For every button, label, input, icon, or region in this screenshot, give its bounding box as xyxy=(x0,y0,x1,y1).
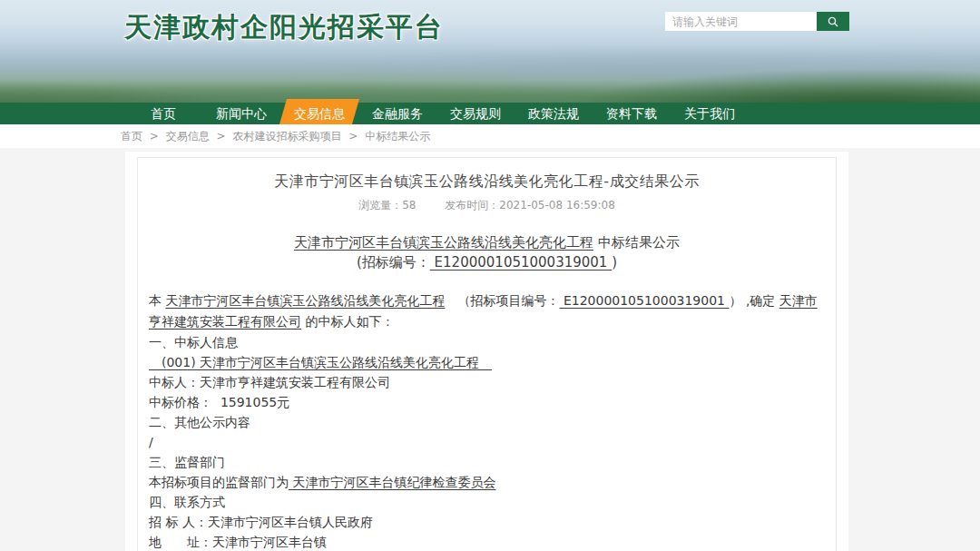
main-area: 天津市宁河区丰台镇滨玉公路线沿线美化亮化工程-成交结果公示 浏览量：58 发布时… xyxy=(0,148,980,551)
article-line: 二、其他公示内容 xyxy=(149,412,825,432)
text: 二、其他公示内容 xyxy=(149,415,250,429)
article-title: 天津市宁河区丰台镇滨玉公路线沿线美化亮化工程-成交结果公示 xyxy=(149,171,825,192)
nav-item-trade-info-active[interactable]: 交易信息 xyxy=(280,103,358,124)
underlined-text: 天津市宁河区丰台镇滨玉公路线沿线美化亮化工程 xyxy=(294,234,593,251)
breadcrumb-item-trade-info[interactable]: 交易信息 xyxy=(166,130,210,143)
text: 中标价格： 1591055元 xyxy=(149,395,289,409)
breadcrumb-item-rural-projects[interactable]: 农村建设招标采购项目 xyxy=(232,130,341,143)
nav-item-label: 交易规则 xyxy=(450,106,501,121)
article-line: / xyxy=(149,432,825,452)
underlined-text: E1200001051000319001 xyxy=(559,293,729,308)
nav-item-label: 关于我们 xyxy=(684,106,735,121)
views-label: 浏览量： xyxy=(358,199,402,212)
text: ） ,确定 xyxy=(729,293,779,308)
header-banner: 天津政村企阳光招采平台 xyxy=(0,0,980,103)
nav-item-label: 首页 xyxy=(151,106,176,121)
text: 三、监督部门 xyxy=(149,455,225,469)
nav-item-label: 交易信息 xyxy=(294,106,345,121)
article-line: 四、联系方式 xyxy=(149,492,825,512)
nav-item-label: 资料下载 xyxy=(606,106,657,121)
text: 本 xyxy=(149,293,165,308)
text: 中标结果公示 xyxy=(593,234,680,251)
nav-item-about[interactable]: 关于我们 xyxy=(671,103,749,124)
breadcrumb-item-home[interactable]: 首页 xyxy=(121,130,142,143)
nav-item-home[interactable]: 首页 xyxy=(124,103,202,124)
breadcrumb-separator: > xyxy=(348,130,358,143)
text: ) xyxy=(612,254,617,271)
text: 的中标人如下： xyxy=(301,314,394,329)
underlined-text: E1200001051000319001 xyxy=(430,254,612,271)
article-line: 招 标 人：天津市宁河区丰台镇人民政府 xyxy=(149,512,825,532)
publish-value: 2021-05-08 16:59:08 xyxy=(499,199,614,212)
article-line: 本 天津市宁河区丰台镇滨玉公路线沿线美化亮化工程 （招标项目编号： E12000… xyxy=(149,290,825,332)
publish-label: 发布时间： xyxy=(445,199,499,212)
breadcrumb-item-result-notice[interactable]: 中标结果公示 xyxy=(365,130,430,143)
main-nav: 首页 新闻中心 交易信息 金融服务 交易规则 政策法规 资料下载 关于我们 xyxy=(0,103,980,124)
breadcrumb: 首页 > 交易信息 > 农村建设招标采购项目 > 中标结果公示 xyxy=(0,124,980,148)
nav-item-finance[interactable]: 金融服务 xyxy=(358,103,436,124)
text: 一、中标人信息 xyxy=(149,335,238,349)
breadcrumb-separator: > xyxy=(217,130,226,143)
underlined-text: (001) 天津市宁河区丰台镇滨玉公路线沿线美化亮化工程 xyxy=(149,355,492,369)
breadcrumb-separator: > xyxy=(150,130,159,143)
content-card: 天津市宁河区丰台镇滨玉公路线沿线美化亮化工程-成交结果公示 浏览量：58 发布时… xyxy=(137,157,837,551)
nav-item-news[interactable]: 新闻中心 xyxy=(202,103,280,124)
article-body: 本 天津市宁河区丰台镇滨玉公路线沿线美化亮化工程 （招标项目编号： E12000… xyxy=(149,290,825,551)
text: 地 址：天津市宁河区丰台镇 xyxy=(149,535,327,549)
subtitle-line: (招标编号： E1200001051000319001 ) xyxy=(149,252,825,272)
text: 中标人：天津市亨祥建筑安装工程有限公司 xyxy=(149,375,390,389)
nav-item-trade-rules[interactable]: 交易规则 xyxy=(436,103,514,124)
article-line: 中标人：天津市亨祥建筑安装工程有限公司 xyxy=(149,372,825,392)
article-line: 三、监督部门 xyxy=(149,452,825,472)
underlined-text: 天津市宁河区丰台镇滨玉公路线沿线美化亮化工程 xyxy=(165,293,445,308)
nav-item-label: 新闻中心 xyxy=(216,106,267,121)
views-value: 58 xyxy=(402,199,416,212)
search-icon xyxy=(827,15,839,28)
article-line: 本招标项目的监督部门为 天津市宁河区丰台镇纪律检查委员会 xyxy=(149,472,825,492)
underlined-text: 天津市宁河区丰台镇纪律检查委员会 xyxy=(289,475,495,489)
text: / xyxy=(149,435,153,449)
publish-time: 发布时间：2021-05-08 16:59:08 xyxy=(445,199,614,212)
search-input[interactable] xyxy=(665,12,817,31)
nav-item-downloads[interactable]: 资料下载 xyxy=(593,103,671,124)
article-line: (001) 天津市宁河区丰台镇滨玉公路线沿线美化亮化工程 xyxy=(149,352,825,372)
article-meta: 浏览量：58 发布时间：2021-05-08 16:59:08 xyxy=(149,198,825,212)
text: 四、联系方式 xyxy=(149,495,225,509)
text: 招 标 人：天津市宁河区丰台镇人民政府 xyxy=(149,515,373,529)
views-count: 浏览量：58 xyxy=(358,199,416,212)
search-button[interactable] xyxy=(817,12,849,31)
nav-item-label: 金融服务 xyxy=(372,106,423,121)
search-bar xyxy=(665,12,849,31)
text: 本招标项目的监督部门为 xyxy=(149,475,289,489)
nav-item-label: 政策法规 xyxy=(528,106,579,121)
subtitle-line: 天津市宁河区丰台镇滨玉公路线沿线美化亮化工程 中标结果公示 xyxy=(149,232,825,252)
site-title: 天津政村企阳光招采平台 xyxy=(124,9,444,46)
text: (招标编号： xyxy=(357,254,430,271)
article-line: 一、中标人信息 xyxy=(149,332,825,352)
article-line: 地 址：天津市宁河区丰台镇 xyxy=(149,532,825,551)
article-line: 中标价格： 1591055元 xyxy=(149,392,825,412)
content-panel: 天津市宁河区丰台镇滨玉公路线沿线美化亮化工程-成交结果公示 浏览量：58 发布时… xyxy=(125,152,848,551)
text: （招标项目编号： xyxy=(445,293,559,308)
article-subtitle: 天津市宁河区丰台镇滨玉公路线沿线美化亮化工程 中标结果公示(招标编号： E120… xyxy=(149,232,825,272)
nav-item-policy[interactable]: 政策法规 xyxy=(514,103,593,124)
